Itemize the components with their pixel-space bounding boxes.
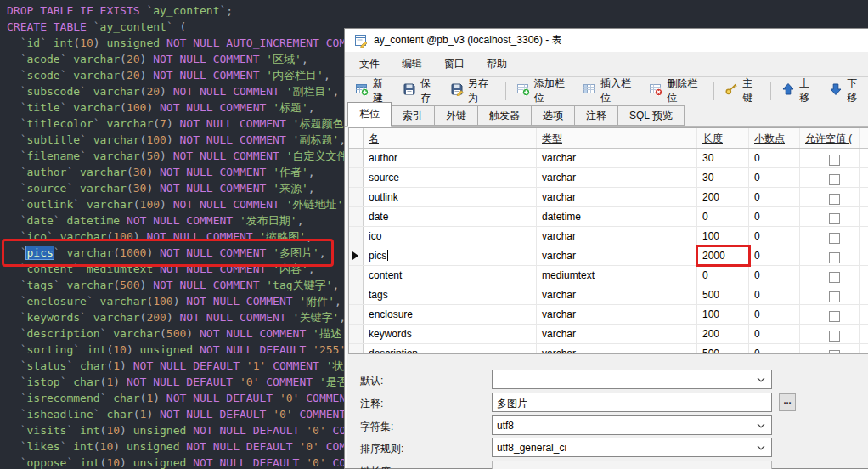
move-down-button[interactable]: 下移 xyxy=(823,81,868,101)
cell-allow-null[interactable] xyxy=(800,168,860,187)
cell-type[interactable]: varchar xyxy=(537,188,697,206)
cell-type[interactable]: varchar xyxy=(537,227,697,246)
cell-decimal[interactable]: 0 xyxy=(749,168,800,187)
cell-name[interactable]: enclosure xyxy=(364,305,537,324)
cell-decimal[interactable]: 0 xyxy=(749,207,800,226)
table-row[interactable]: tagsvarchar5000 xyxy=(349,285,868,305)
table-row[interactable]: picsvarchar20000 xyxy=(349,246,868,266)
row-marker[interactable] xyxy=(349,266,364,285)
row-marker[interactable] xyxy=(349,188,364,206)
cell-decimal[interactable]: 0 xyxy=(749,325,800,343)
cell-decimal[interactable]: 0 xyxy=(749,266,800,285)
cell-decimal[interactable]: 0 xyxy=(749,246,800,265)
row-marker[interactable] xyxy=(349,168,364,187)
cell-name[interactable]: keywords xyxy=(364,325,537,343)
cell-length[interactable]: 30 xyxy=(697,168,749,187)
table-row[interactable]: outlinkvarchar2000 xyxy=(349,188,868,207)
insert-field-button[interactable]: 插入栏位 xyxy=(577,81,643,101)
cell-type[interactable]: varchar xyxy=(537,246,697,265)
new-button[interactable]: 新建 xyxy=(349,81,397,101)
row-marker[interactable] xyxy=(349,325,364,343)
checkbox-allow-null[interactable] xyxy=(829,272,840,283)
cell-length[interactable]: 0 xyxy=(697,266,749,285)
cell-type[interactable]: varchar xyxy=(537,344,697,354)
row-marker[interactable] xyxy=(349,344,364,354)
cell-name[interactable]: description xyxy=(364,344,537,354)
cell-length[interactable]: 100 xyxy=(697,227,749,246)
cell-name[interactable]: author xyxy=(364,149,537,167)
cell-allow-null[interactable] xyxy=(800,207,860,226)
save-button[interactable]: 保存 xyxy=(397,81,444,101)
cell-type[interactable]: varchar xyxy=(537,325,697,343)
checkbox-allow-null[interactable] xyxy=(829,331,840,342)
checkbox-allow-null[interactable] xyxy=(829,213,840,224)
row-marker[interactable] xyxy=(349,246,364,265)
cell-allow-null[interactable] xyxy=(800,305,860,324)
table-row[interactable]: authorvarchar300 xyxy=(349,149,868,168)
cell-name[interactable]: date xyxy=(364,207,537,226)
cell-length[interactable]: 100 xyxy=(697,305,749,324)
table-row[interactable]: contentmediumtext00 xyxy=(349,266,868,285)
cell-allow-null[interactable] xyxy=(800,227,860,246)
charset-select[interactable]: utf8 xyxy=(492,415,772,435)
cell-decimal[interactable]: 0 xyxy=(749,285,800,304)
checkbox-allow-null[interactable] xyxy=(829,155,840,166)
menu-item-help[interactable]: 帮助 xyxy=(476,52,518,76)
tab-sql-preview[interactable]: SQL 预览 xyxy=(617,105,685,126)
column-header[interactable]: 长度 xyxy=(697,128,749,148)
move-up-button[interactable]: 上移 xyxy=(775,81,823,101)
tab-triggers[interactable]: 触发器 xyxy=(477,105,532,126)
table-row[interactable]: keywordsvarchar2000 xyxy=(349,325,868,344)
cell-name[interactable]: outlink xyxy=(364,188,537,206)
cell-allow-null[interactable] xyxy=(800,285,860,304)
tab-comment[interactable]: 注释 xyxy=(574,105,618,126)
table-row[interactable]: icovarchar1000 xyxy=(349,227,868,246)
cell-allow-null[interactable] xyxy=(800,246,860,265)
primary-key-button[interactable]: 主键 xyxy=(719,81,766,101)
column-header[interactable]: 名 xyxy=(364,128,537,148)
key-length-input[interactable] xyxy=(492,461,772,469)
cell-length[interactable]: 200 xyxy=(697,188,749,206)
default-select[interactable] xyxy=(492,370,772,389)
table-row[interactable]: sourcevarchar300 xyxy=(349,168,868,188)
cell-allow-null[interactable] xyxy=(800,188,860,206)
cell-type[interactable]: varchar xyxy=(537,285,697,304)
column-header[interactable]: 小数点 xyxy=(749,128,800,148)
menu-item-window[interactable]: 窗口 xyxy=(433,52,476,76)
comment-input[interactable]: 多图片 xyxy=(492,393,772,412)
cell-length[interactable]: 500 xyxy=(697,344,749,354)
column-header[interactable]: 类型 xyxy=(537,128,697,148)
comment-more-button[interactable]: ... xyxy=(779,393,796,411)
cell-decimal[interactable]: 0 xyxy=(749,188,800,206)
cell-allow-null[interactable] xyxy=(800,325,860,343)
cell-decimal[interactable]: 0 xyxy=(749,305,800,324)
cell-decimal[interactable]: 0 xyxy=(749,149,800,167)
cell-allow-null[interactable] xyxy=(800,266,860,285)
cell-type[interactable]: mediumtext xyxy=(537,266,697,285)
cell-length[interactable]: 0 xyxy=(697,207,749,226)
cell-length[interactable]: 2000 xyxy=(697,246,749,265)
cell-name[interactable]: tags xyxy=(364,285,537,304)
cell-length[interactable]: 30 xyxy=(697,149,749,167)
checkbox-allow-null[interactable] xyxy=(829,194,840,205)
add-field-button[interactable]: 添加栏位 xyxy=(510,81,577,101)
save-as-button[interactable]: 另存为 xyxy=(444,81,501,101)
cell-name[interactable]: content xyxy=(364,266,537,285)
cell-length[interactable]: 200 xyxy=(697,325,749,343)
collation-select[interactable]: utf8_general_ci xyxy=(492,438,772,457)
row-marker[interactable] xyxy=(349,149,364,167)
cell-type[interactable]: datetime xyxy=(537,207,697,226)
cell-name[interactable]: pics xyxy=(364,246,537,265)
checkbox-allow-null[interactable] xyxy=(829,233,840,244)
cell-name[interactable]: ico xyxy=(364,227,537,246)
cell-length[interactable]: 500 xyxy=(697,285,749,304)
table-row[interactable]: descriptionvarchar5000 xyxy=(349,344,868,354)
cell-type[interactable]: varchar xyxy=(537,149,697,167)
checkbox-allow-null[interactable] xyxy=(829,291,840,302)
tab-options[interactable]: 选项 xyxy=(531,105,575,126)
column-header[interactable]: 允许空值 ( xyxy=(800,128,860,148)
checkbox-allow-null[interactable] xyxy=(829,252,840,263)
tab-indexes[interactable]: 索引 xyxy=(391,105,435,126)
row-marker[interactable] xyxy=(349,227,364,246)
menu-item-edit[interactable]: 编辑 xyxy=(391,52,433,76)
